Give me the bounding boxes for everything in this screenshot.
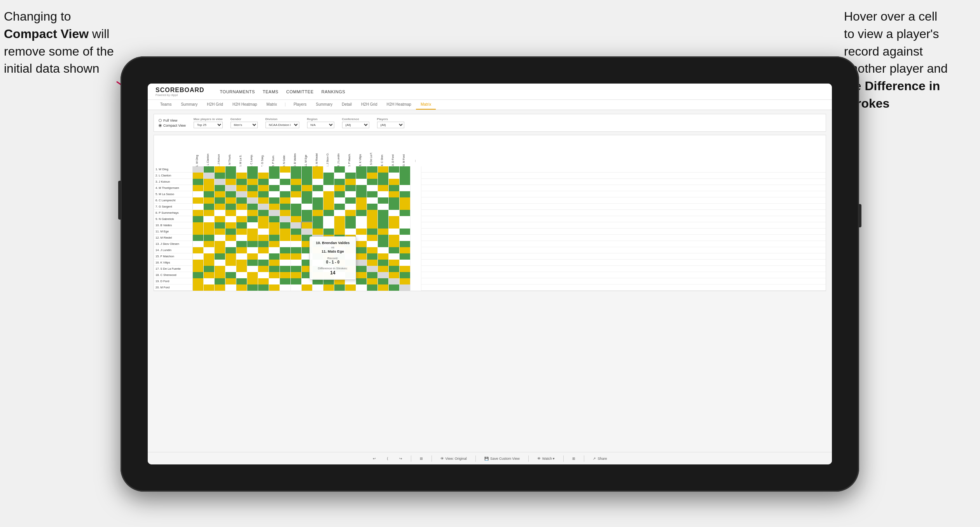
cell-8-2[interactable]	[204, 210, 215, 216]
cell-9-12[interactable]	[313, 216, 323, 222]
cell-2-10[interactable]	[291, 173, 302, 179]
cell-2-16[interactable]	[356, 173, 367, 179]
cell-3-16[interactable]	[356, 179, 367, 185]
cell-19-9[interactable]	[280, 278, 291, 284]
cell-9-13[interactable]	[323, 216, 334, 222]
cell-15-2[interactable]	[204, 253, 215, 260]
cell-8-11[interactable]	[302, 210, 313, 216]
cell-12-3[interactable]	[215, 235, 225, 241]
cell-2-17[interactable]	[367, 173, 378, 179]
cell-18-6[interactable]	[247, 272, 258, 278]
cell-2-11[interactable]	[302, 173, 313, 179]
cell-8-12[interactable]	[313, 210, 323, 216]
cell-8-8[interactable]	[269, 210, 280, 216]
cell-17-9[interactable]	[280, 266, 291, 272]
cell-14-16[interactable]	[356, 247, 367, 253]
cell-5-5[interactable]	[236, 191, 247, 197]
cell-14-2[interactable]	[204, 247, 215, 253]
cell-16-20[interactable]	[400, 260, 411, 266]
tab-summary2[interactable]: Summary	[311, 100, 337, 110]
cell-1-3[interactable]	[215, 166, 225, 173]
cell-6-6[interactable]	[247, 197, 258, 204]
cell-14-7[interactable]	[258, 247, 269, 253]
cell-3-10[interactable]	[291, 179, 302, 185]
nav-teams[interactable]: TEAMS	[263, 88, 278, 96]
cell-20-3[interactable]	[215, 284, 225, 291]
cell-7-5[interactable]	[236, 204, 247, 210]
cell-10-15[interactable]	[345, 222, 356, 229]
redo-button[interactable]: ↪	[397, 455, 405, 462]
cell-17-16[interactable]	[356, 266, 367, 272]
cell-10-11[interactable]	[302, 222, 313, 229]
cell-7-9[interactable]	[280, 204, 291, 210]
cell-15-18[interactable]	[378, 253, 389, 260]
cell-17-10[interactable]	[291, 266, 302, 272]
cell-9-more[interactable]	[411, 216, 421, 222]
cell-13-more[interactable]	[411, 241, 421, 247]
cell-15-4[interactable]	[225, 253, 236, 260]
cell-5-3[interactable]	[215, 191, 225, 197]
cell-20-13[interactable]	[323, 284, 334, 291]
cell-17-20[interactable]	[400, 266, 411, 272]
cell-6-18[interactable]	[378, 197, 389, 204]
cell-20-9[interactable]	[280, 284, 291, 291]
cell-10-6[interactable]	[247, 222, 258, 229]
cell-8-6[interactable]	[247, 210, 258, 216]
cell-10-7[interactable]	[258, 222, 269, 229]
cell-12-6[interactable]	[247, 235, 258, 241]
cell-5-16[interactable]	[356, 191, 367, 197]
cell-13-17[interactable]	[367, 241, 378, 247]
cell-1-13[interactable]	[323, 166, 334, 173]
cell-6-12[interactable]	[313, 197, 323, 204]
cell-5-9[interactable]	[280, 191, 291, 197]
tab-h2h-heatmap1[interactable]: H2H Heatmap	[228, 100, 262, 110]
nav-committee[interactable]: COMMITTEE	[286, 88, 314, 96]
cell-1-1[interactable]	[193, 166, 204, 173]
cell-6-20[interactable]	[400, 197, 411, 204]
cell-12-7[interactable]	[258, 235, 269, 241]
cell-2-3[interactable]	[215, 173, 225, 179]
cell-18-1[interactable]	[193, 272, 204, 278]
cell-2-7[interactable]	[258, 173, 269, 179]
cell-12-2[interactable]	[204, 235, 215, 241]
cell-15-6[interactable]	[247, 253, 258, 260]
cell-1-20[interactable]	[400, 166, 411, 173]
cell-1-19[interactable]	[389, 166, 400, 173]
cell-2-1[interactable]	[193, 173, 204, 179]
cell-7-more[interactable]	[411, 204, 421, 210]
cell-19-1[interactable]	[193, 278, 204, 284]
cell-11-17[interactable]	[367, 229, 378, 235]
cell-19-4[interactable]	[225, 278, 236, 284]
cell-14-18[interactable]	[378, 247, 389, 253]
cell-7-8[interactable]	[269, 204, 280, 210]
cell-9-6[interactable]	[247, 216, 258, 222]
cell-1-12[interactable]	[313, 166, 323, 173]
cell-7-17[interactable]	[367, 204, 378, 210]
cell-17-7[interactable]	[258, 266, 269, 272]
cell-5-7[interactable]	[258, 191, 269, 197]
cell-4-4[interactable]	[225, 185, 236, 191]
cell-4-16[interactable]	[356, 185, 367, 191]
cell-10-19[interactable]	[389, 222, 400, 229]
cell-9-15[interactable]	[345, 216, 356, 222]
cell-16-3[interactable]	[215, 260, 225, 266]
cell-14-8[interactable]	[269, 247, 280, 253]
cell-16-2[interactable]	[204, 260, 215, 266]
cell-9-16[interactable]	[356, 216, 367, 222]
cell-16-5[interactable]	[236, 260, 247, 266]
cell-18-7[interactable]	[258, 272, 269, 278]
cell-6-13[interactable]	[323, 197, 334, 204]
cell-13-3[interactable]	[215, 241, 225, 247]
cell-20-10[interactable]	[291, 284, 302, 291]
cell-18-16[interactable]	[356, 272, 367, 278]
cell-16-6[interactable]	[247, 260, 258, 266]
cell-14-19[interactable]	[389, 247, 400, 253]
cell-3-13[interactable]	[323, 179, 334, 185]
cell-3-4[interactable]	[225, 179, 236, 185]
cell-10-17[interactable]	[367, 222, 378, 229]
cell-14-more[interactable]	[411, 247, 421, 253]
cell-9-14[interactable]	[334, 216, 345, 222]
cell-12-19[interactable]	[389, 235, 400, 241]
cell-17-5[interactable]	[236, 266, 247, 272]
cell-8-5[interactable]	[236, 210, 247, 216]
